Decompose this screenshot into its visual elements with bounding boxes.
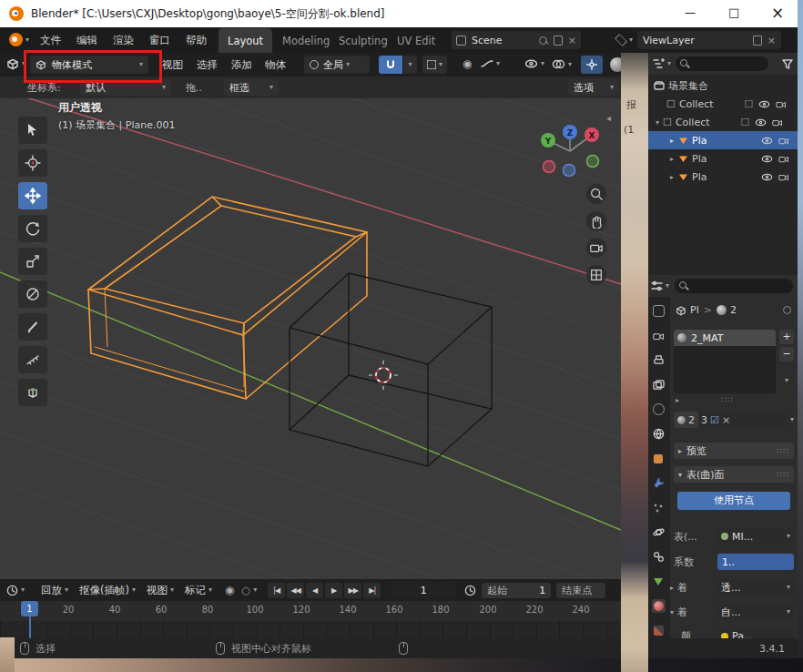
scene-name[interactable]: Scene xyxy=(472,35,503,46)
properties-search-input[interactable] xyxy=(675,279,793,293)
row-label[interactable]: Pla xyxy=(692,171,706,183)
datablock-extras-caret[interactable]: ▾ xyxy=(790,416,794,423)
expand-icon[interactable]: ▸ xyxy=(670,584,674,592)
outliner-row-object-selected[interactable]: ▸ Pla xyxy=(648,131,798,149)
tab-data-icon[interactable] xyxy=(652,575,666,588)
outliner-row-object[interactable]: ▸ Pla xyxy=(648,149,798,168)
play-button[interactable]: ▶ xyxy=(325,583,342,598)
collapse-icon[interactable]: ▾ xyxy=(670,608,674,616)
menu-view[interactable]: 视图 xyxy=(162,58,183,72)
camera-visibility-icon[interactable] xyxy=(778,137,789,145)
outliner-row-object[interactable]: ▸ Pla xyxy=(648,168,798,186)
tab-output-icon[interactable] xyxy=(652,353,666,367)
crumb-material[interactable]: 2 xyxy=(730,304,737,316)
tool-cursor[interactable] xyxy=(18,149,47,177)
eye-icon[interactable] xyxy=(755,118,767,127)
unlink-material-icon[interactable]: × xyxy=(722,414,730,426)
camera-visibility-icon[interactable] xyxy=(778,173,789,181)
tab-texture-icon[interactable] xyxy=(652,624,666,637)
exclude-checkbox[interactable]: ☐ xyxy=(741,117,750,128)
expand-icon[interactable]: ▸ xyxy=(670,173,674,181)
menu-object[interactable]: 物体 xyxy=(265,58,286,72)
mode-dropdown[interactable]: 物体模式 ▾ xyxy=(30,56,148,74)
tab-render-icon[interactable] xyxy=(652,329,666,342)
blender-menu-icon[interactable]: ▾ xyxy=(9,33,29,46)
material-name-field[interactable]: 3 ☑ × xyxy=(698,412,787,428)
row-label[interactable]: 场景集合 xyxy=(668,79,708,93)
viewport-3d[interactable]: 用户透视 (1) 场景集合 | Plane.001 xyxy=(0,76,621,579)
expand-icon[interactable]: ▸ xyxy=(670,155,674,163)
prev-key-button[interactable]: ◀◀ xyxy=(287,583,304,598)
tab-particles-icon[interactable] xyxy=(652,501,666,514)
menu-window[interactable]: 窗口 xyxy=(149,34,170,47)
properties-editor-icon[interactable] xyxy=(651,280,663,291)
orientation-dropdown[interactable]: 全局 ▾ xyxy=(304,56,370,74)
slot-remove-button[interactable]: − xyxy=(779,347,794,361)
maximize-button[interactable]: □ xyxy=(728,5,739,19)
minimize-button[interactable]: — xyxy=(685,6,696,19)
jump-start-button[interactable]: |◀ xyxy=(268,583,285,598)
clock-icon[interactable] xyxy=(464,585,476,596)
keyingset-circle-icon[interactable]: ○ xyxy=(242,585,251,596)
tool-measure[interactable] xyxy=(18,346,47,373)
proportional-edit-icon[interactable]: ◉ xyxy=(462,57,472,70)
region-collapse-icon[interactable]: ◂ xyxy=(606,113,611,123)
menu-keying[interactable]: 抠像(插帧) xyxy=(79,584,129,597)
box-select-dropdown[interactable]: 框选 ▾ xyxy=(224,79,279,96)
filter-icon[interactable] xyxy=(782,59,793,69)
grip-icon[interactable]: ∷∷ xyxy=(721,395,733,404)
frame-start-field[interactable]: 起始 1 xyxy=(482,583,551,598)
visibility-dropdown[interactable]: ▾ xyxy=(524,59,544,68)
next-key-button[interactable]: ▶▶ xyxy=(344,583,361,598)
menu-select[interactable]: 选择 xyxy=(197,58,218,72)
menu-add[interactable]: 添加 xyxy=(231,58,252,72)
timeline-editor-icon[interactable]: ▾ xyxy=(6,585,25,596)
camera-visibility-icon[interactable] xyxy=(776,100,787,108)
eye-icon[interactable] xyxy=(761,137,773,145)
overlays-dropdown[interactable]: ▾ xyxy=(552,59,572,69)
falloff-dropdown[interactable]: ▾ xyxy=(481,59,500,68)
timeline-ruler[interactable]: 20 40 60 80 100 120 140 160 180 200 220 … xyxy=(0,601,621,621)
crumb-object[interactable]: Pl xyxy=(690,304,699,316)
outliner-row-collection[interactable]: ▾ ☐ Collect ☐ xyxy=(648,113,798,131)
viewlayer-selector[interactable]: ViewLayer × xyxy=(637,31,781,49)
playhead-label[interactable]: 1 xyxy=(21,601,38,616)
expand-icon[interactable]: ▸ xyxy=(670,137,674,145)
options-dropdown[interactable]: 选项 ▾ xyxy=(568,79,619,96)
zoom-button[interactable] xyxy=(586,184,606,204)
eye-icon[interactable] xyxy=(758,100,770,108)
shading-sphere-icon[interactable] xyxy=(610,57,621,72)
menu-file[interactable]: 文件 xyxy=(40,34,61,47)
tab-tool-icon[interactable] xyxy=(652,304,666,318)
surface-panel-header[interactable]: ▾ 表(曲)面 ∷∷ xyxy=(674,466,794,483)
close-button[interactable]: × xyxy=(771,4,784,22)
expand-icon[interactable]: ▸ xyxy=(676,396,679,404)
tab-world-icon[interactable] xyxy=(652,427,666,441)
orientation-value-dropdown[interactable]: 默认 ▾ xyxy=(80,79,171,96)
snap-dropdown[interactable]: ▾ xyxy=(403,56,417,74)
camera-visibility-icon[interactable] xyxy=(772,118,783,127)
row-label[interactable]: Pla xyxy=(692,153,706,165)
material-crumb-icon[interactable] xyxy=(717,305,727,315)
material-slot-active[interactable]: 2_MAT xyxy=(674,330,776,346)
row-label[interactable]: Collect xyxy=(679,98,714,110)
ortho-grid-button[interactable] xyxy=(586,265,606,285)
tab-constraints-icon[interactable] xyxy=(652,550,666,564)
material-slot-name[interactable]: 2_MAT xyxy=(691,332,723,344)
exclude-checkbox[interactable]: ☐ xyxy=(745,98,754,110)
use-nodes-button[interactable]: 使用节点 xyxy=(677,492,790,510)
surface-shader-dropdown[interactable]: MI... ▾ xyxy=(717,528,794,545)
frame-end-field[interactable]: 结束点 xyxy=(556,583,605,598)
tool-annotate[interactable] xyxy=(18,313,47,341)
new-scene-icon[interactable] xyxy=(554,36,563,46)
browse-material-button[interactable]: 2 xyxy=(674,412,698,428)
current-frame-field[interactable]: 1 xyxy=(391,583,455,598)
pin-id-icon[interactable] xyxy=(783,306,791,314)
collection-checkbox[interactable]: ☐ xyxy=(666,98,676,110)
unlink-scene-icon[interactable]: × xyxy=(568,35,576,46)
eye-icon[interactable] xyxy=(761,173,773,181)
camera-view-button[interactable] xyxy=(586,238,606,258)
snap-with-button[interactable]: ▾ xyxy=(422,56,447,74)
fake-user-toggle[interactable]: ☑ xyxy=(710,414,719,426)
gizmos-toggle[interactable] xyxy=(581,56,603,74)
